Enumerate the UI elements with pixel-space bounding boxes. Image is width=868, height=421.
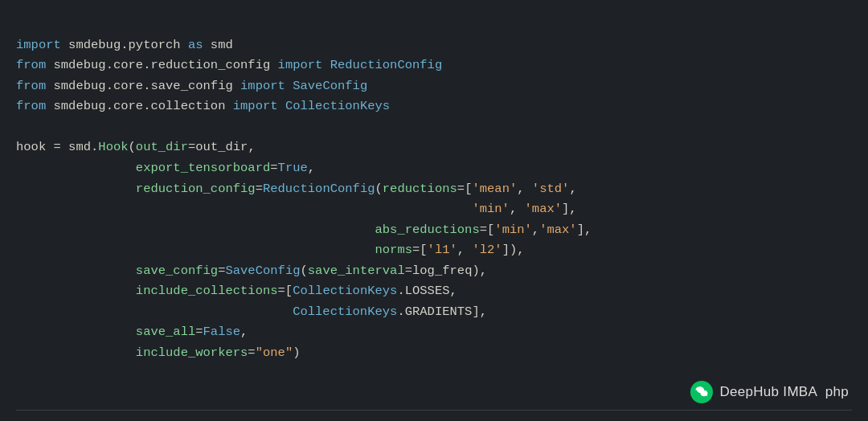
watermark-label: DeepHub IMBA php — [719, 384, 849, 400]
watermark: DeepHub IMBA php — [690, 381, 849, 403]
line-5 — [16, 120, 23, 134]
line-4: from smdebug.core.collection import Coll… — [16, 99, 390, 113]
wechat-icon — [690, 381, 713, 403]
watermark-sub: php — [825, 384, 849, 399]
line-3: from smdebug.core.save_config import Sav… — [16, 79, 367, 93]
line-12: save_config=SaveConfig(save_interval=log… — [16, 264, 487, 278]
code-block: import smdebug.pytorch as smd from smdeb… — [16, 14, 852, 405]
separator — [16, 410, 852, 411]
code-container: import smdebug.pytorch as smd from smdeb… — [0, 0, 868, 421]
line-2: from smdebug.core.reduction_config impor… — [16, 58, 442, 72]
watermark-text: DeepHub IMBA — [719, 384, 817, 399]
line-6: hook = smd.Hook(out_dir=out_dir, — [16, 140, 256, 154]
line-7: export_tensorboard=True, — [16, 161, 315, 175]
line-11: norms=['l1', 'l2']), — [16, 243, 525, 257]
line-1: import smdebug.pytorch as smd — [16, 38, 233, 52]
line-17 — [16, 366, 23, 381]
line-8: reduction_config=ReductionConfig(reducti… — [16, 182, 577, 196]
line-14: CollectionKeys.GRADIENTS], — [16, 305, 487, 319]
code-block-footer: hook.register_module(model) hook.registe… — [16, 417, 852, 421]
line-13: include_collections=[CollectionKeys.LOSS… — [16, 284, 457, 298]
line-16: include_workers="one") — [16, 345, 301, 360]
line-10: abs_reductions=['min','max'], — [16, 223, 592, 237]
line-15: save_all=False, — [16, 325, 248, 339]
line-9: 'min', 'max'], — [16, 202, 577, 216]
